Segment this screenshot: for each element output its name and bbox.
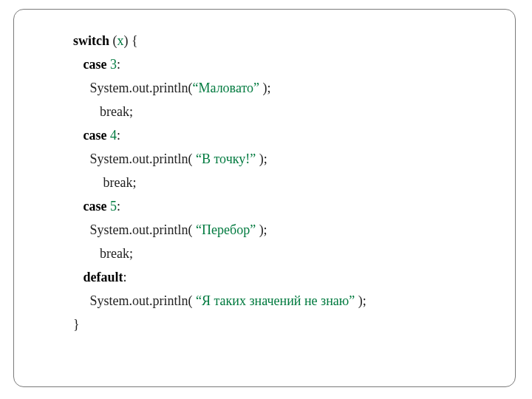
call-close-4: ); [355, 293, 366, 308]
call-close-2: ); [256, 151, 267, 166]
call-println-3a: System.out.println( [90, 222, 197, 237]
kw-break-3: break; [100, 246, 133, 261]
kw-default: default [83, 270, 123, 284]
call-close-1: ); [259, 81, 271, 95]
kw-case-5: case [83, 199, 107, 214]
str-3: “Перебор” [196, 222, 256, 237]
sym-colon-2: : [117, 128, 120, 143]
num-4: 4 [110, 128, 117, 143]
kw-break-1: break; [100, 104, 133, 119]
slide-frame: switch (x) { case 3: System.out.println(… [13, 9, 516, 387]
sym-rpar-brace: ) { [124, 33, 138, 48]
kw-case-4: case [83, 128, 107, 143]
kw-break-2: break; [103, 175, 137, 190]
str-4: “Я таких значений не знаю” [196, 293, 355, 308]
kw-case-3: case [83, 57, 107, 72]
str-1: “Маловато” [193, 81, 260, 95]
sym-rbrace: } [73, 317, 80, 332]
sym-lpar: ( [109, 33, 117, 48]
kw-switch: switch [73, 33, 109, 48]
call-println-2a: System.out.println( [90, 151, 197, 166]
sym-colon-3: : [117, 199, 120, 214]
call-close-3: ); [256, 222, 267, 237]
str-2: “В точку!” [196, 151, 256, 166]
num-3: 3 [110, 57, 117, 72]
sym-colon-1: : [117, 57, 120, 72]
call-println-4a: System.out.println( [90, 293, 197, 308]
sym-colon-4: : [123, 270, 127, 284]
call-println-1a: System.out.println( [90, 81, 193, 95]
code-block: switch (x) { case 3: System.out.println(… [73, 29, 515, 336]
var-x: x [117, 33, 124, 48]
num-5: 5 [110, 199, 117, 214]
